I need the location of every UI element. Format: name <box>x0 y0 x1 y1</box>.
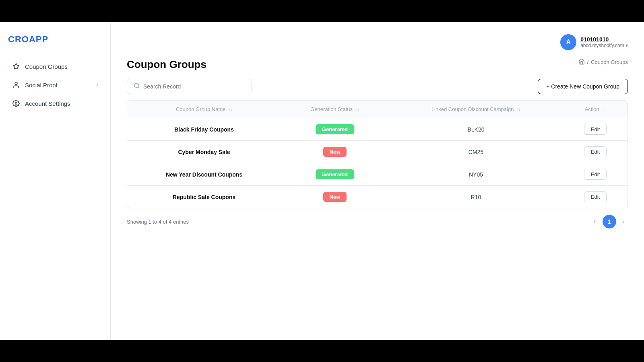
row-name: Republic Sale Coupons <box>127 186 281 208</box>
edit-button[interactable]: Edit <box>584 169 607 180</box>
pagination-area: Showing 1 to 4 of 4 entries ‹ 1 › <box>127 208 628 235</box>
col-header-name[interactable]: Coupon Group Name ↑↓ <box>127 101 281 118</box>
pagination: ‹ 1 › <box>590 215 628 228</box>
search-box[interactable] <box>127 79 252 94</box>
row-campaign: CM25 <box>389 141 563 163</box>
status-badge: New <box>323 147 347 157</box>
col-header-action[interactable]: Action ↑↓ <box>563 101 627 118</box>
svg-marker-0 <box>13 64 19 69</box>
row-status: New <box>281 141 389 163</box>
row-campaign: NY05 <box>389 163 563 186</box>
sidebar-nav: Coupon Groups Social Proof › <box>0 58 110 112</box>
app-logo: CROAPP <box>0 30 110 57</box>
table-header-row: Coupon Group Name ↑↓ Generation Status ↑… <box>127 101 627 118</box>
next-page-button[interactable]: › <box>619 216 628 228</box>
star-icon <box>12 62 20 70</box>
table-row: Black Friday Coupons Generated BLK20 Edi… <box>127 118 627 141</box>
table-row: New Year Discount Coupons Generated NY05… <box>127 163 627 186</box>
sort-icon-action[interactable]: ↑↓ <box>602 108 606 111</box>
user-info[interactable]: A 010101010 abcd.myshopify.com ▾ <box>560 34 628 50</box>
sort-icon-campaign[interactable]: ↑↓ <box>517 108 520 111</box>
user-details: 010101010 abcd.myshopify.com ▾ <box>580 36 628 48</box>
breadcrumb-separator: / <box>587 59 589 65</box>
coupon-groups-table: Coupon Group Name ↑↓ Generation Status ↑… <box>127 100 628 208</box>
sidebar-item-account-settings-label: Account Settings <box>25 100 70 107</box>
status-badge: Generated <box>316 124 354 134</box>
col-header-campaign[interactable]: Linked Coupon Discount Campaign ↑↓ <box>389 101 563 118</box>
breadcrumb: / Coupon Groups <box>578 58 628 66</box>
row-status: Generated <box>281 118 389 141</box>
breadcrumb-current: Coupon Groups <box>591 59 628 65</box>
row-campaign: BLK20 <box>389 118 563 141</box>
sidebar: CROAPP Coupon Groups <box>0 22 111 340</box>
table-row: Republic Sale Coupons New R10 Edit <box>127 186 627 208</box>
row-name: Cyber Monday Sale <box>127 141 281 163</box>
row-action: Edit <box>563 141 627 163</box>
home-icon[interactable] <box>578 58 585 66</box>
edit-button[interactable]: Edit <box>584 191 607 202</box>
username: 010101010 <box>580 36 628 43</box>
row-campaign: R10 <box>389 186 563 208</box>
row-action: Edit <box>563 186 627 208</box>
sidebar-item-social-proof[interactable]: Social Proof › <box>4 76 106 94</box>
search-icon <box>134 82 140 90</box>
table-row: Cyber Monday Sale New CM25 Edit <box>127 141 627 163</box>
search-input[interactable] <box>143 83 245 90</box>
row-action: Edit <box>563 118 627 141</box>
gear-icon <box>12 99 20 107</box>
main-content: A 010101010 abcd.myshopify.com ▾ Coupon … <box>111 22 644 340</box>
svg-point-2 <box>15 103 17 105</box>
svg-line-4 <box>138 87 139 88</box>
status-badge: Generated <box>316 169 354 179</box>
sidebar-item-social-proof-label: Social Proof <box>25 82 58 88</box>
row-name: New Year Discount Coupons <box>127 163 281 186</box>
sidebar-item-account-settings[interactable]: Account Settings <box>4 95 106 112</box>
avatar: A <box>560 34 576 50</box>
row-action: Edit <box>563 163 627 186</box>
create-coupon-group-button[interactable]: + Create New Coupon Group <box>538 79 628 94</box>
status-badge: New <box>323 192 347 202</box>
person-icon <box>12 81 20 89</box>
logo-text: CROAPP <box>8 34 48 44</box>
page-number-1[interactable]: 1 <box>603 215 616 228</box>
sort-icon-name[interactable]: ↑↓ <box>229 108 232 111</box>
row-name: Black Friday Coupons <box>127 118 281 141</box>
sidebar-item-coupon-groups-label: Coupon Groups <box>25 63 68 70</box>
col-header-status[interactable]: Generation Status ↑↓ <box>281 101 389 118</box>
showing-text: Showing 1 to 4 of 4 entries <box>127 219 189 225</box>
sort-icon-status[interactable]: ↑↓ <box>356 108 359 111</box>
shop-name: abcd.myshopify.com ▾ <box>580 43 628 48</box>
sidebar-item-coupon-groups[interactable]: Coupon Groups <box>4 58 106 75</box>
prev-page-button[interactable]: ‹ <box>590 216 599 228</box>
edit-button[interactable]: Edit <box>584 146 607 157</box>
top-header: A 010101010 abcd.myshopify.com ▾ <box>127 34 628 50</box>
svg-point-1 <box>15 82 17 84</box>
toolbar: + Create New Coupon Group <box>127 79 628 94</box>
chevron-right-icon: › <box>97 82 98 88</box>
edit-button[interactable]: Edit <box>584 124 607 135</box>
page-title: Coupon Groups <box>127 58 206 71</box>
row-status: New <box>281 186 389 208</box>
row-status: Generated <box>281 163 389 186</box>
